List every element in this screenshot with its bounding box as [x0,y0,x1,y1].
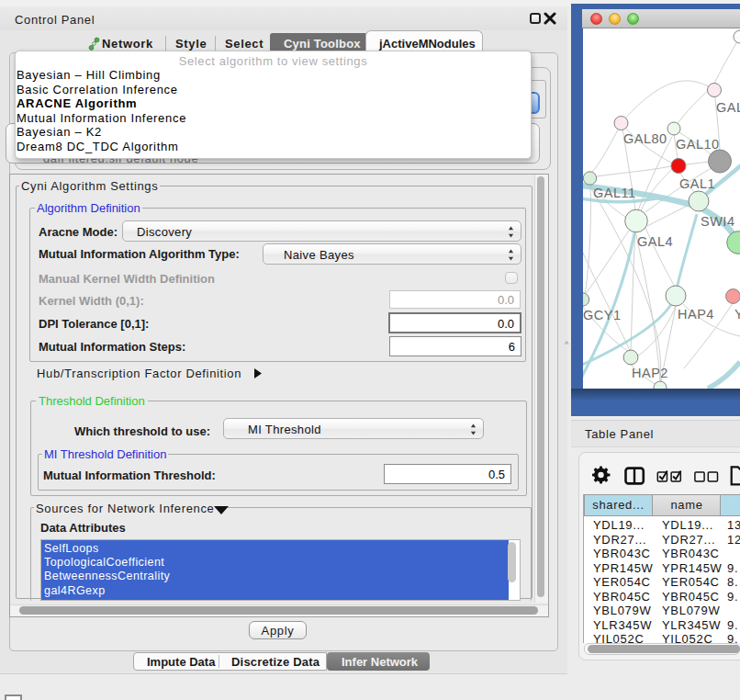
svg-text:SWI4: SWI4 [701,214,734,229]
svg-text:YM: YM [734,307,740,322]
svg-text:GAL2: GAL2 [716,100,740,115]
svg-text:GAL10: GAL10 [676,137,720,152]
svg-text:GAL1: GAL1 [679,176,715,191]
svg-text:GAL11: GAL11 [593,186,636,200]
svg-text:GAL4: GAL4 [637,234,673,249]
svg-text:GAL80: GAL80 [623,131,667,146]
svg-text:GCY1: GCY1 [583,308,622,322]
svg-text:HAP2: HAP2 [632,366,668,380]
svg-text:HAP4: HAP4 [678,307,714,322]
